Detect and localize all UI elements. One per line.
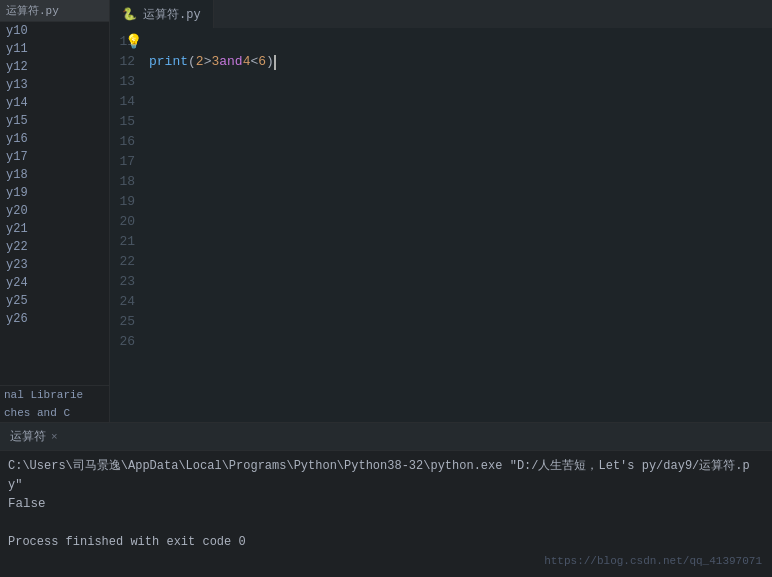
sidebar-bottom-item: ches and C [0, 404, 109, 422]
editor-area: 🐍 运算符.py 1112131415161718192021222324252… [110, 0, 772, 422]
main-area: 运算符.py y10y11y12y13y14y15y16y17y18y19y20… [0, 0, 772, 422]
sidebar-bottom: nal Librarieches and C [0, 385, 109, 422]
code-num-3: 3 [211, 52, 219, 72]
sidebar-item: y16 [0, 130, 109, 148]
code-line-20 [149, 212, 772, 232]
sidebar-bottom-item: nal Librarie [0, 386, 109, 404]
code-op-gt: > [204, 52, 212, 72]
lightbulb-icon: 💡 [125, 32, 142, 52]
terminal-tab-label: 运算符 [10, 428, 46, 445]
line-number-15: 15 [110, 112, 135, 132]
code-paren-open: ( [188, 52, 196, 72]
line-number-13: 13 [110, 72, 135, 92]
editor-tab-bar: 🐍 运算符.py [110, 0, 772, 28]
code-line-25 [149, 312, 772, 332]
line-number-14: 14 [110, 92, 135, 112]
terminal-content[interactable]: C:\Users\司马景逸\AppData\Local\Programs\Pyt… [0, 451, 772, 577]
terminal-process: Process finished with exit code 0 [8, 533, 764, 552]
cursor [274, 55, 276, 70]
sidebar-item: y10 [0, 22, 109, 40]
code-line-26 [149, 332, 772, 352]
terminal-tab[interactable]: 运算符 × [0, 423, 68, 450]
terminal-close-button[interactable]: × [51, 431, 58, 443]
editor-tab-label: 运算符.py [143, 6, 201, 23]
sidebar-item: y11 [0, 40, 109, 58]
sidebar-item: y12 [0, 58, 109, 76]
code-line-14 [149, 92, 772, 112]
sidebar-item: y14 [0, 94, 109, 112]
code-print: print [149, 52, 188, 72]
line-number-17: 17 [110, 152, 135, 172]
code-and: and [219, 52, 242, 72]
sidebar-tab: 运算符.py [0, 0, 109, 22]
terminal-panel: 运算符 × C:\Users\司马景逸\AppData\Local\Progra… [0, 422, 772, 577]
line-number-23: 23 [110, 272, 135, 292]
code-num-2: 2 [196, 52, 204, 72]
code-line-24 [149, 292, 772, 312]
line-number-16: 16 [110, 132, 135, 152]
sidebar-item: y15 [0, 112, 109, 130]
line-number-21: 21 [110, 232, 135, 252]
code-paren-close: ) [266, 52, 274, 72]
editor-content: 11121314151617181920212223242526 💡print(… [110, 28, 772, 422]
sidebar-item: y25 [0, 292, 109, 310]
code-line-21 [149, 232, 772, 252]
code-line-15 [149, 112, 772, 132]
sidebar-item: y23 [0, 256, 109, 274]
code-line-12: print(2 > 3 and 4 < 6) [149, 52, 772, 72]
line-number-19: 19 [110, 192, 135, 212]
terminal-tab-bar: 运算符 × [0, 423, 772, 451]
python-icon: 🐍 [122, 7, 137, 22]
sidebar-item: y24 [0, 274, 109, 292]
sidebar-item: y19 [0, 184, 109, 202]
code-line-23 [149, 272, 772, 292]
editor-tab[interactable]: 🐍 运算符.py [110, 0, 214, 28]
code-line-22 [149, 252, 772, 272]
line-number-25: 25 [110, 312, 135, 332]
code-op-lt: < [250, 52, 258, 72]
sidebar-item: y17 [0, 148, 109, 166]
sidebar-item: y20 [0, 202, 109, 220]
code-area[interactable]: 💡print(2 > 3 and 4 < 6) [145, 32, 772, 422]
sidebar-item: y26 [0, 310, 109, 328]
sidebar-item: y21 [0, 220, 109, 238]
sidebar-item: y13 [0, 76, 109, 94]
code-line-19 [149, 192, 772, 212]
sidebar-item: y22 [0, 238, 109, 256]
line-number-22: 22 [110, 252, 135, 272]
terminal-blank [8, 514, 764, 533]
code-line-17 [149, 152, 772, 172]
line-numbers: 11121314151617181920212223242526 [110, 32, 145, 422]
line-number-26: 26 [110, 332, 135, 352]
terminal-output: False [8, 495, 764, 514]
terminal-cmd: C:\Users\司马景逸\AppData\Local\Programs\Pyt… [8, 457, 764, 495]
line-number-18: 18 [110, 172, 135, 192]
sidebar-item: y18 [0, 166, 109, 184]
line-number-12: 12 [110, 52, 135, 72]
sidebar-lines: y10y11y12y13y14y15y16y17y18y19y20y21y22y… [0, 22, 109, 385]
sidebar: 运算符.py y10y11y12y13y14y15y16y17y18y19y20… [0, 0, 110, 422]
line-number-24: 24 [110, 292, 135, 312]
code-line-18 [149, 172, 772, 192]
line-number-20: 20 [110, 212, 135, 232]
code-num-4: 4 [243, 52, 251, 72]
code-line-11: 💡 [149, 32, 772, 52]
code-line-16 [149, 132, 772, 152]
code-num-6: 6 [258, 52, 266, 72]
terminal-watermark: https://blog.csdn.net/qq_41397071 [544, 552, 762, 571]
code-line-13 [149, 72, 772, 92]
